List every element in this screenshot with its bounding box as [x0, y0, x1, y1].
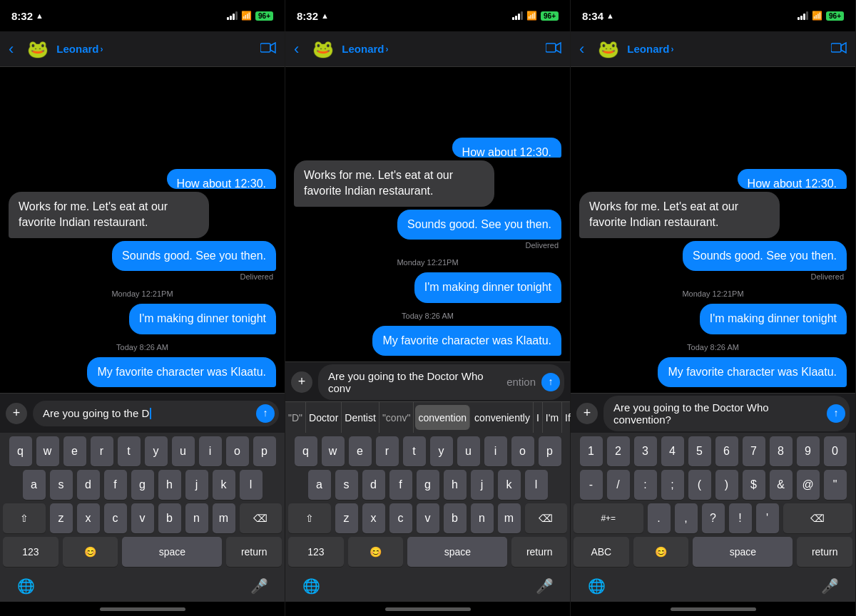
key-q-p1[interactable]: q	[9, 436, 32, 466]
key-exclaim-p3[interactable]: !	[729, 503, 752, 533]
key-space-p2[interactable]: space	[407, 537, 507, 567]
key-k-p2[interactable]: k	[498, 470, 521, 500]
add-button-1[interactable]: +	[6, 403, 27, 424]
key-1-p3[interactable]: 1	[580, 436, 603, 466]
mic-icon-3[interactable]: 🎤	[815, 578, 844, 595]
key-f-p2[interactable]: f	[389, 470, 412, 500]
key-emoji-p2[interactable]: 😊	[348, 537, 404, 567]
autocomplete-convention-2[interactable]: convention	[415, 405, 470, 430]
contact-name-3[interactable]: Leonard ›	[627, 43, 831, 55]
key-m-p1[interactable]: m	[213, 503, 235, 533]
key-x-p1[interactable]: x	[77, 503, 100, 533]
key-i-p1[interactable]: i	[199, 436, 222, 466]
key-c-p2[interactable]: c	[389, 503, 412, 533]
send-button-1[interactable]: ↑	[256, 404, 275, 423]
key-n-p2[interactable]: n	[471, 503, 494, 533]
globe-icon-3[interactable]: 🌐	[582, 578, 611, 595]
key-dollar-p3[interactable]: $	[743, 470, 765, 500]
video-call-button-1[interactable]	[260, 41, 276, 57]
avatar-3[interactable]: 🐸	[596, 36, 621, 62]
key-p-p1[interactable]: p	[253, 436, 276, 466]
key-emoji-p1[interactable]: 😊	[63, 537, 118, 567]
key-v-p1[interactable]: v	[131, 503, 154, 533]
key-t-p1[interactable]: t	[118, 436, 141, 466]
key-123-p1[interactable]: 123	[3, 537, 58, 567]
key-a-p1[interactable]: a	[23, 470, 46, 500]
message-input-3[interactable]: Are you going to the Doctor Who conventi…	[603, 396, 850, 431]
avatar-2[interactable]: 🐸	[310, 36, 336, 62]
key-l-p2[interactable]: l	[525, 470, 548, 500]
key-delete-p2[interactable]: ⌫	[525, 503, 568, 533]
key-3-p3[interactable]: 3	[634, 436, 657, 466]
key-period-p3[interactable]: .	[648, 503, 671, 533]
key-l-p1[interactable]: l	[240, 470, 263, 500]
key-comma-p3[interactable]: ,	[675, 503, 698, 533]
autocomplete-conveniently-2[interactable]: conveniently	[472, 402, 534, 433]
key-9-p3[interactable]: 9	[797, 436, 820, 466]
key-d-p2[interactable]: d	[362, 470, 385, 500]
key-c-p1[interactable]: c	[104, 503, 127, 533]
send-button-2[interactable]: ↑	[541, 373, 560, 391]
key-k-p1[interactable]: k	[213, 470, 235, 500]
key-r-p1[interactable]: r	[91, 436, 113, 466]
key-e-p2[interactable]: e	[349, 436, 372, 466]
autocomplete-dentist-2[interactable]: Dentist	[342, 402, 379, 433]
key-4-p3[interactable]: 4	[661, 436, 684, 466]
add-button-3[interactable]: +	[576, 403, 598, 424]
key-return-p1[interactable]: return	[226, 537, 282, 567]
autocomplete-conv-2[interactable]: "conv"	[379, 402, 414, 433]
autocomplete-doctor-2[interactable]: Doctor	[306, 402, 342, 433]
key-space-p1[interactable]: space	[122, 537, 222, 567]
key-b-p1[interactable]: b	[158, 503, 181, 533]
key-s-p2[interactable]: s	[335, 470, 358, 500]
key-a-p2[interactable]: a	[308, 470, 331, 500]
key-abc-p3[interactable]: ABC	[574, 537, 629, 567]
key-x-p2[interactable]: x	[362, 503, 385, 533]
key-g-p1[interactable]: g	[131, 470, 154, 500]
key-return-p3[interactable]: return	[797, 537, 852, 567]
key-h-p2[interactable]: h	[444, 470, 467, 500]
key-space-p3[interactable]: space	[693, 537, 793, 567]
key-y-p1[interactable]: y	[145, 436, 168, 466]
video-call-button-3[interactable]	[831, 41, 847, 57]
key-j-p1[interactable]: j	[185, 470, 208, 500]
back-button-1[interactable]: ‹	[9, 40, 14, 58]
key-shift-p2[interactable]: ⇧	[288, 503, 331, 533]
key-w-p1[interactable]: w	[36, 436, 59, 466]
key-e-p1[interactable]: e	[63, 436, 86, 466]
back-button-3[interactable]: ‹	[579, 40, 584, 58]
contact-name-2[interactable]: Leonard ›	[342, 43, 546, 55]
globe-icon-1[interactable]: 🌐	[11, 578, 40, 595]
key-delete-p3[interactable]: ⌫	[783, 503, 853, 533]
globe-icon-2[interactable]: 🌐	[297, 578, 325, 595]
key-6-p3[interactable]: 6	[715, 436, 738, 466]
message-input-1[interactable]: Are you going to the D	[33, 401, 279, 426]
send-button-3[interactable]: ↑	[827, 404, 845, 423]
key-7-p3[interactable]: 7	[743, 436, 765, 466]
mic-icon-2[interactable]: 🎤	[530, 578, 559, 595]
key-2-p3[interactable]: 2	[607, 436, 630, 466]
key-m-p2[interactable]: m	[498, 503, 521, 533]
key-b-p2[interactable]: b	[444, 503, 467, 533]
key-5-p3[interactable]: 5	[688, 436, 711, 466]
key-rparen-p3[interactable]: )	[715, 470, 738, 500]
contact-name-1[interactable]: Leonard ›	[56, 43, 260, 55]
key-r-p2[interactable]: r	[376, 436, 399, 466]
key-p-p2[interactable]: p	[539, 436, 561, 466]
key-w-p2[interactable]: w	[322, 436, 345, 466]
autocomplete-i-2[interactable]: I	[534, 402, 543, 433]
key-s-p1[interactable]: s	[50, 470, 73, 500]
key-q-p2[interactable]: q	[295, 436, 317, 466]
key-8-p3[interactable]: 8	[770, 436, 793, 466]
key-g-p2[interactable]: g	[417, 470, 439, 500]
key-y-p2[interactable]: y	[430, 436, 453, 466]
key-0-p3[interactable]: 0	[824, 436, 847, 466]
key-o-p2[interactable]: o	[511, 436, 534, 466]
back-button-2[interactable]: ‹	[294, 40, 299, 58]
key-f-p1[interactable]: f	[104, 470, 127, 500]
key-shift-p1[interactable]: ⇧	[3, 503, 46, 533]
key-lparen-p3[interactable]: (	[688, 470, 711, 500]
key-i-p2[interactable]: i	[484, 436, 507, 466]
key-colon-p3[interactable]: :	[634, 470, 657, 500]
add-button-2[interactable]: +	[291, 371, 312, 393]
